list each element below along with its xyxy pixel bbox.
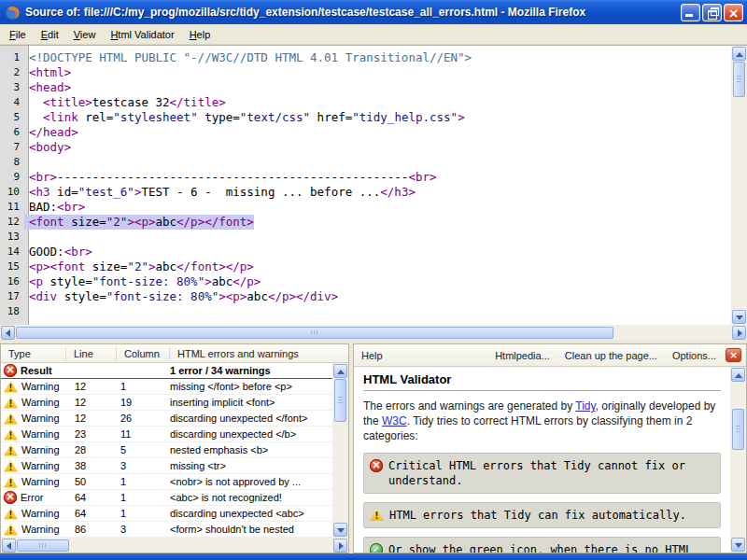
source-line-15: 15<p><font size="2">abc</font></p> (0, 259, 731, 274)
scroll-down-button[interactable] (732, 310, 746, 324)
line-number: 2 (0, 65, 24, 80)
scroll-down-button[interactable] (731, 538, 745, 552)
source-vertical-scrollbar[interactable] (731, 46, 747, 325)
issue-row[interactable]: Warning1219inserting implicit <font> (1, 395, 332, 411)
menu-item-html-validator[interactable]: Html Validator (103, 26, 181, 43)
help-category-box: Critical HTML errors that Tidy cannot fi… (363, 453, 721, 494)
issue-row[interactable]: Warning1226discarding unexpected </font> (1, 411, 332, 427)
warning-icon (4, 444, 18, 456)
issues-horizontal-scrollbar[interactable] (1, 538, 348, 553)
menubar: FileEditViewHtml ValidatorHelp (0, 24, 747, 45)
issues-vertical-scrollbar[interactable] (332, 363, 348, 538)
link-w3c[interactable]: W3C (382, 414, 407, 427)
source-line-2: 2<html> (0, 65, 731, 80)
warning-icon (4, 381, 18, 393)
line-number: 9 (0, 170, 24, 185)
scroll-thumb[interactable] (733, 62, 745, 97)
line-number: 13 (0, 230, 24, 245)
scroll-thumb[interactable] (17, 539, 69, 552)
close-button[interactable] (724, 4, 743, 21)
issue-row[interactable]: Result1 error / 34 warnings (1, 363, 332, 379)
firefox-icon (5, 5, 21, 21)
column-header-column[interactable]: Column (117, 347, 170, 360)
source-line-14: 14GOOD:<br> (0, 245, 731, 259)
source-line-7: 7<body> (0, 140, 731, 155)
minimize-button[interactable] (681, 4, 700, 21)
warning-icon (4, 508, 18, 520)
source-line-1: 1<!DOCTYPE HTML PUBLIC "-//W3C//DTD HTML… (0, 50, 731, 65)
help-vertical-scrollbar[interactable] (730, 367, 746, 553)
validator-help-panel: Help Htmlpedia...Clean up the page...Opt… (353, 343, 747, 553)
menu-item-edit[interactable]: Edit (34, 26, 66, 43)
line-number: 16 (0, 274, 24, 289)
link-tidy[interactable]: Tidy (575, 399, 595, 413)
scroll-right-button[interactable] (732, 326, 746, 340)
ok-icon (370, 543, 383, 553)
line-number: 18 (0, 304, 24, 319)
issue-row[interactable]: Warning2311discarding unexpected </b> (1, 427, 332, 442)
error-icon (370, 459, 383, 472)
help-action-options[interactable]: Options... (672, 350, 716, 361)
warning-icon (4, 397, 18, 409)
scroll-left-button[interactable] (1, 326, 15, 340)
error-icon (4, 364, 17, 377)
source-line-13: 13 (0, 230, 731, 245)
scroll-up-button[interactable] (731, 368, 745, 382)
issue-row[interactable]: Error641<abc> is not recognized! (1, 490, 332, 506)
line-number: 5 (0, 110, 24, 125)
scroll-right-button[interactable] (333, 539, 347, 553)
help-label: Help (361, 350, 495, 361)
scroll-up-button[interactable] (333, 364, 347, 378)
source-line-16: 16<p style="font-size: 80%">abc</p> (0, 274, 731, 289)
help-action-clean-up-the-page[interactable]: Clean up the page... (565, 350, 657, 361)
scroll-left-button[interactable] (2, 539, 16, 553)
window-bottom-border (0, 553, 747, 560)
scroll-thumb[interactable] (16, 327, 613, 339)
restore-button[interactable] (702, 4, 722, 21)
help-action-htmlpedia[interactable]: Htmlpedia... (495, 350, 550, 361)
issue-row[interactable]: Warning863<form> shouldn't be nested (1, 522, 332, 538)
issue-row[interactable]: Warning641discarding unexpected <abc> (1, 506, 332, 522)
scroll-down-button[interactable] (333, 523, 347, 537)
line-number: 4 (0, 95, 24, 110)
warning-icon (4, 524, 18, 536)
line-number: 3 (0, 80, 24, 95)
source-line-8: 8 (0, 155, 731, 170)
warning-icon (370, 509, 384, 521)
help-category-box: HTML errors that Tidy can fix automatica… (363, 502, 721, 528)
issue-row[interactable]: Warning383missing <tr> (1, 458, 332, 474)
help-category-box: Or show the green icon, when there is no… (363, 537, 721, 553)
line-number: 12 (0, 215, 24, 230)
warning-icon (4, 476, 18, 488)
help-close-button[interactable] (726, 348, 741, 362)
source-line-3: 3<head> (0, 80, 731, 95)
scroll-up-button[interactable] (732, 47, 746, 61)
source-line-12: 12<font size="2"><p>abc</p></font> (0, 215, 731, 230)
line-number: 8 (0, 155, 24, 170)
help-description: The errors and warnings are generated by… (363, 399, 721, 443)
source-line-6: 6</head> (0, 125, 731, 140)
column-header-line[interactable]: Line (66, 347, 117, 360)
menu-item-file[interactable]: File (2, 26, 34, 43)
firefox-view-source-window: Source of: file:///C:/my_prog/mozilla/sr… (0, 0, 747, 560)
issue-row[interactable]: Warning285nested emphasis <b> (1, 442, 332, 458)
menu-item-help[interactable]: Help (182, 26, 218, 43)
warning-icon (4, 428, 18, 441)
help-actions: Htmlpedia...Clean up the page...Options.… (495, 350, 716, 361)
issue-row[interactable]: Warning501<nobr> is not approved by ... (1, 474, 332, 490)
warning-icon (4, 460, 18, 472)
issue-row[interactable]: Warning121missing </font> before <p> (1, 379, 332, 395)
column-header-message[interactable]: HTML errors and warnings (170, 347, 348, 360)
source-code[interactable]: 1<!DOCTYPE HTML PUBLIC "-//W3C//DTD HTML… (0, 46, 731, 325)
line-number: 17 (0, 289, 24, 304)
scroll-thumb[interactable] (334, 379, 346, 422)
column-header-type[interactable]: Type (1, 347, 66, 360)
help-content: HTML Validator The errors and warnings a… (354, 367, 730, 553)
line-number: 7 (0, 140, 24, 155)
line-number: 1 (0, 50, 24, 65)
validator-issues-panel: Type Line Column HTML errors and warning… (0, 343, 349, 553)
source-horizontal-scrollbar[interactable] (0, 325, 747, 340)
scroll-thumb[interactable] (732, 409, 744, 450)
line-number: 15 (0, 259, 24, 274)
menu-item-view[interactable]: View (66, 26, 104, 43)
